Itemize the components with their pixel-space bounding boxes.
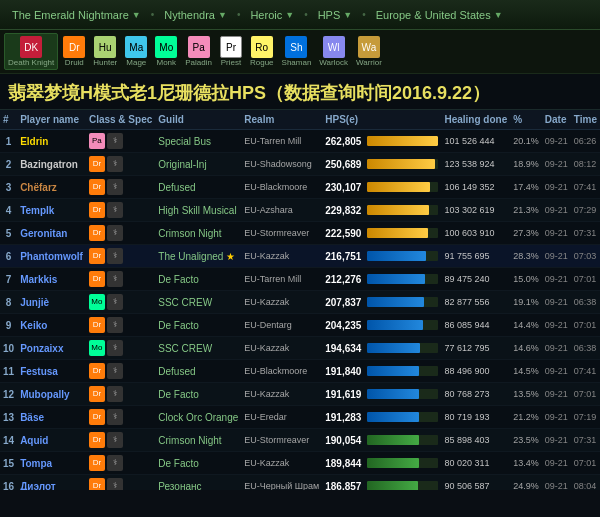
table-row[interactable]: 16 Диэлот Dr ⚕ Резонанс EU-Черный Шрам 1…	[0, 475, 600, 491]
cell-player[interactable]: Bäse	[17, 406, 86, 429]
spec-icon: ⚕	[107, 363, 123, 379]
bar-fill	[367, 274, 425, 284]
bar-bg	[367, 320, 438, 330]
table-row[interactable]: 10 Ponzaixx Mo ⚕ SSC CREW EU-Kazzak 194,…	[0, 337, 600, 360]
cell-date: 09-21	[542, 452, 571, 475]
tab-druid[interactable]: Dr Druid	[60, 34, 88, 69]
cell-guild: De Facto	[155, 268, 241, 291]
table-row[interactable]: 15 Tompa Dr ⚕ De Facto EU-Kazzak 189,844…	[0, 452, 600, 475]
cell-player[interactable]: Mubopally	[17, 383, 86, 406]
tab-rogue[interactable]: Ro Rogue	[247, 34, 277, 69]
cell-percent: 19.1%	[510, 291, 542, 314]
bar-bg	[367, 481, 438, 490]
main-title: 翡翠梦境H模式老1尼珊德拉HPS（数据查询时间2016.9.22）	[8, 82, 592, 105]
cell-player[interactable]: Festusa	[17, 360, 86, 383]
table-row[interactable]: 14 Aquid Dr ⚕ Crimson Night EU-Stormreav…	[0, 429, 600, 452]
cell-percent: 20.1%	[510, 130, 542, 153]
cell-player[interactable]: Aquid	[17, 429, 86, 452]
bar-fill	[367, 136, 438, 146]
tab-priest[interactable]: Pr Priest	[217, 34, 245, 69]
cell-player[interactable]: Eldrin	[17, 130, 86, 153]
cell-guild: Резонанс	[155, 475, 241, 491]
table-row[interactable]: 4 Templk Dr ⚕ High Skill Musical EU-Azsh…	[0, 199, 600, 222]
table-row[interactable]: 5 Geronitan Dr ⚕ Crimson Night EU-Stormr…	[0, 222, 600, 245]
cell-time: 07:29	[571, 199, 600, 222]
spec-icon: ⚕	[107, 432, 123, 448]
cell-hps: 216,751	[322, 245, 364, 268]
spec-icon: ⚕	[107, 202, 123, 218]
cell-player[interactable]: Tompa	[17, 452, 86, 475]
nav-item-boss[interactable]: Nythendra ▼	[158, 5, 233, 25]
table-row[interactable]: 13 Bäse Dr ⚕ Clock Orc Orange EU-Eredar …	[0, 406, 600, 429]
cell-time: 07:01	[571, 268, 600, 291]
cell-healing: 91 755 695	[441, 245, 510, 268]
cell-bar	[364, 222, 441, 245]
cell-guild: High Skill Musical	[155, 199, 241, 222]
cell-class: Dr ⚕	[86, 406, 155, 429]
cell-rank: 3	[0, 176, 17, 199]
col-player: Player name	[17, 110, 86, 130]
table-row[interactable]: 8 Junjiè Mo ⚕ SSC CREW EU-Kazzak 207,837…	[0, 291, 600, 314]
cell-player[interactable]: Markkis	[17, 268, 86, 291]
cell-player[interactable]: Keiko	[17, 314, 86, 337]
table-row[interactable]: 2 Bazingatron Dr ⚕ Original-Inj EU-Shado…	[0, 153, 600, 176]
cell-healing: 101 526 444	[441, 130, 510, 153]
table-row[interactable]: 7 Markkis Dr ⚕ De Facto EU-Tarren Mill 2…	[0, 268, 600, 291]
table-row[interactable]: 3 Chëfarz Dr ⚕ Defused EU-Blackmoore 230…	[0, 176, 600, 199]
nav-metric-label: HPS	[318, 9, 341, 21]
table-row[interactable]: 9 Keiko Dr ⚕ De Facto EU-Dentarg 204,235…	[0, 314, 600, 337]
monk-icon: Mo	[155, 36, 177, 58]
cell-player[interactable]: Junjiè	[17, 291, 86, 314]
cell-player[interactable]: Bazingatron	[17, 153, 86, 176]
tab-death-knight[interactable]: DK Death Knight	[4, 33, 58, 70]
spec-icon: ⚕	[107, 271, 123, 287]
bar-fill	[367, 389, 419, 399]
cell-date: 09-21	[542, 429, 571, 452]
cell-date: 09-21	[542, 176, 571, 199]
table-row[interactable]: 11 Festusa Dr ⚕ Defused EU-Blackmoore 19…	[0, 360, 600, 383]
tab-warlock[interactable]: Wl Warlock	[316, 34, 351, 69]
bar-fill	[367, 481, 417, 490]
nav-item-region[interactable]: Europe & United States ▼	[370, 5, 509, 25]
cell-rank: 11	[0, 360, 17, 383]
cell-hps: 230,107	[322, 176, 364, 199]
tab-paladin[interactable]: Pa Paladin	[182, 34, 215, 69]
class-icon: Dr	[89, 432, 105, 448]
cell-player[interactable]: Geronitan	[17, 222, 86, 245]
cell-player[interactable]: Ponzaixx	[17, 337, 86, 360]
cell-player[interactable]: Phantomwolf	[17, 245, 86, 268]
cell-date: 09-21	[542, 268, 571, 291]
cell-percent: 27.3%	[510, 222, 542, 245]
cell-player[interactable]: Templk	[17, 199, 86, 222]
table-row[interactable]: 6 Phantomwolf Dr ⚕ The Unaligned ★ EU-Ka…	[0, 245, 600, 268]
nav-item-metric[interactable]: HPS ▼	[312, 5, 359, 25]
spec-icon: ⚕	[107, 179, 123, 195]
bar-fill	[367, 320, 422, 330]
cell-rank: 10	[0, 337, 17, 360]
cell-percent: 13.4%	[510, 452, 542, 475]
cell-class: Dr ⚕	[86, 222, 155, 245]
cell-realm: EU-Dentarg	[241, 314, 322, 337]
nav-item-raid[interactable]: The Emerald Nightmare ▼	[6, 5, 147, 25]
col-healing: Healing done	[441, 110, 510, 130]
cell-time: 06:26	[571, 130, 600, 153]
class-icon: Dr	[89, 271, 105, 287]
nav-item-difficulty[interactable]: Heroic ▼	[244, 5, 300, 25]
cell-healing: 80 719 193	[441, 406, 510, 429]
table-row[interactable]: 12 Mubopally Dr ⚕ De Facto EU-Kazzak 191…	[0, 383, 600, 406]
table-row[interactable]: 1 Eldrin Pa ⚕ Special Bus EU-Tarren Mill…	[0, 130, 600, 153]
cell-player[interactable]: Диэлот	[17, 475, 86, 491]
tab-mage[interactable]: Ma Mage	[122, 34, 150, 69]
tab-warrior[interactable]: Wa Warrior	[353, 34, 385, 69]
spec-icon: ⚕	[107, 455, 123, 471]
tab-hunter[interactable]: Hu Hunter	[90, 34, 120, 69]
cell-class: Dr ⚕	[86, 199, 155, 222]
tab-shaman[interactable]: Sh Shaman	[279, 34, 315, 69]
cell-player[interactable]: Chëfarz	[17, 176, 86, 199]
cell-realm: EU-Kazzak	[241, 291, 322, 314]
tab-monk[interactable]: Mo Monk	[152, 34, 180, 69]
class-icon: Pa	[89, 133, 105, 149]
cell-rank: 1	[0, 130, 17, 153]
col-guild: Guild	[155, 110, 241, 130]
bar-bg	[367, 435, 438, 445]
